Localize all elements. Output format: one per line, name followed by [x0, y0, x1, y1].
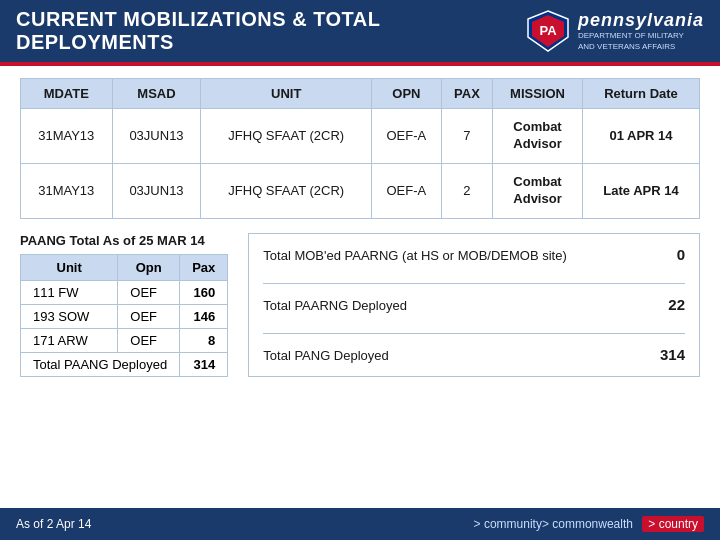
stats-label-3: Total PANG Deployed [263, 347, 655, 365]
paang-pax-1: 160 [180, 280, 228, 304]
cell-return-2: Late APR 14 [582, 163, 699, 218]
logo-area: PA pennsylvania DEPARTMENT OF MILITARY A… [526, 9, 704, 53]
bottom-section: PAANG Total As of 25 MAR 14 Unit Opn Pax… [20, 233, 700, 377]
stats-label-1: Total MOB'ed PAARNG (at HS or MOB/DEMOB … [263, 247, 655, 265]
paang-pax-2: 146 [180, 304, 228, 328]
paang-unit-2: 193 SOW [21, 304, 118, 328]
paang-table: Unit Opn Pax 111 FW OEF 160 193 SOW OEF … [20, 254, 228, 377]
paang-opn-1: OEF [118, 280, 180, 304]
mobilizations-table: MDATE MSAD UNIT OPN PAX MISSION Return D… [20, 78, 700, 219]
col-msad: MSAD [112, 79, 201, 109]
stats-divider-1 [263, 283, 685, 284]
stats-row-2: Total PAARNG Deployed 22 [263, 294, 685, 315]
paang-col-opn: Opn [118, 254, 180, 280]
footer: As of 2 Apr 14 > community > commonwealt… [0, 508, 720, 540]
footer-date: As of 2 Apr 14 [16, 517, 91, 531]
table-row: 31MAY13 03JUN13 JFHQ SFAAT (2CR) OEF-A 2… [21, 163, 700, 218]
cell-mission-1: CombatAdvisor [493, 109, 583, 164]
pa-shield-icon: PA [526, 9, 570, 53]
cell-mdate-2: 31MAY13 [21, 163, 113, 218]
paang-area: PAANG Total As of 25 MAR 14 Unit Opn Pax… [20, 233, 228, 377]
cell-unit-1: JFHQ SFAAT (2CR) [201, 109, 372, 164]
col-mdate: MDATE [21, 79, 113, 109]
list-item: 171 ARW OEF 8 [21, 328, 228, 352]
cell-msad-1: 03JUN13 [112, 109, 201, 164]
cell-return-1: 01 APR 14 [582, 109, 699, 164]
paang-unit-1: 111 FW [21, 280, 118, 304]
paang-opn-2: OEF [118, 304, 180, 328]
cell-opn-1: OEF-A [371, 109, 441, 164]
breadcrumb-commonwealth: > commonwealth [542, 517, 633, 531]
table-row: 31MAY13 03JUN13 JFHQ SFAAT (2CR) OEF-A 7… [21, 109, 700, 164]
cell-unit-2: JFHQ SFAAT (2CR) [201, 163, 372, 218]
breadcrumb-community: > community [474, 517, 542, 531]
dept-line2: AND VETERANS AFFAIRS [578, 42, 675, 52]
stats-row-3: Total PANG Deployed 314 [263, 344, 685, 365]
col-mission: MISSION [493, 79, 583, 109]
paang-col-pax: Pax [180, 254, 228, 280]
cell-opn-2: OEF-A [371, 163, 441, 218]
stats-box: Total MOB'ed PAARNG (at HS or MOB/DEMOB … [248, 233, 700, 377]
stats-value-3: 314 [655, 344, 685, 365]
breadcrumb: > community > commonwealth > country [474, 516, 704, 532]
paang-total-pax: 314 [180, 352, 228, 376]
paang-title: PAANG Total As of 25 MAR 14 [20, 233, 228, 248]
col-pax: PAX [441, 79, 492, 109]
paang-col-unit: Unit [21, 254, 118, 280]
stats-value-1: 0 [655, 244, 685, 265]
cell-mission-2: CombatAdvisor [493, 163, 583, 218]
list-item: 111 FW OEF 160 [21, 280, 228, 304]
dept-line1: DEPARTMENT OF MILITARY [578, 31, 684, 41]
col-unit: UNIT [201, 79, 372, 109]
svg-text:PA: PA [539, 23, 557, 38]
breadcrumb-sep [636, 517, 639, 531]
stats-value-2: 22 [655, 294, 685, 315]
cell-mdate-1: 31MAY13 [21, 109, 113, 164]
paang-unit-3: 171 ARW [21, 328, 118, 352]
page-title: CURRENT MOBILIZATIONS & TOTAL DEPLOYMENT… [16, 8, 526, 54]
cell-msad-2: 03JUN13 [112, 163, 201, 218]
main-content: MDATE MSAD UNIT OPN PAX MISSION Return D… [0, 66, 720, 389]
breadcrumb-country: > country [642, 516, 704, 532]
header: CURRENT MOBILIZATIONS & TOTAL DEPLOYMENT… [0, 0, 720, 66]
stats-label-2: Total PAARNG Deployed [263, 297, 655, 315]
col-return-date: Return Date [582, 79, 699, 109]
cell-pax-2: 2 [441, 163, 492, 218]
stats-row-1: Total MOB'ed PAARNG (at HS or MOB/DEMOB … [263, 244, 685, 265]
paang-total-row: Total PAANG Deployed 314 [21, 352, 228, 376]
col-opn: OPN [371, 79, 441, 109]
paang-pax-3: 8 [180, 328, 228, 352]
stats-divider-2 [263, 333, 685, 334]
list-item: 193 SOW OEF 146 [21, 304, 228, 328]
pa-logo-text: pennsylvania DEPARTMENT OF MILITARY AND … [578, 10, 704, 52]
state-name: pennsylvania [578, 10, 704, 31]
cell-pax-1: 7 [441, 109, 492, 164]
paang-opn-3: OEF [118, 328, 180, 352]
paang-total-label: Total PAANG Deployed [21, 352, 180, 376]
